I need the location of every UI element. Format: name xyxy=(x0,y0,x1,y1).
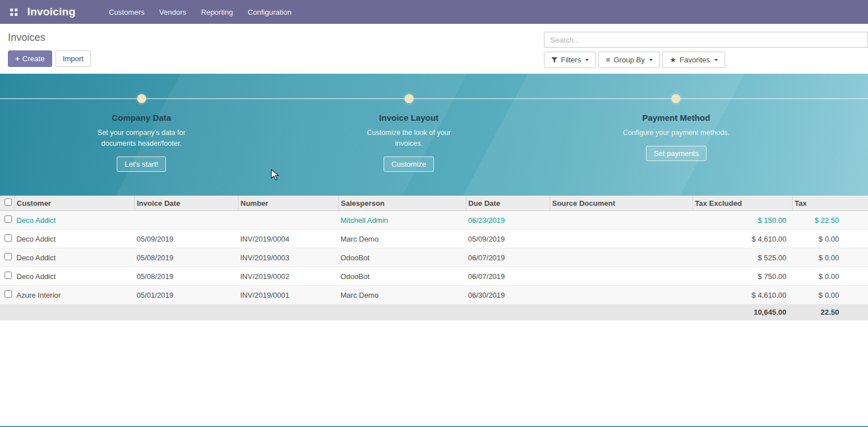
favorites-button[interactable]: ★ Favorites xyxy=(662,52,725,68)
invoicing-app-screen: Invoicing Customers Vendors Reporting Co… xyxy=(0,0,868,427)
cell-source-document xyxy=(550,286,692,305)
cell-due-date: 05/09/2019 xyxy=(466,230,550,248)
checkbox-cell xyxy=(0,211,14,230)
cell-salesperson: OdooBot xyxy=(338,267,466,286)
invoice-list-table: Customer Invoice Date Number Salesperson… xyxy=(0,196,868,320)
cell-due-date: 06/07/2019 xyxy=(466,267,550,286)
select-all-checkbox[interactable] xyxy=(5,198,12,206)
checkbox-cell xyxy=(0,286,14,305)
filters-button[interactable]: Filters xyxy=(544,52,596,68)
cell-tax: $ 0.00 xyxy=(792,248,868,267)
cell-salesperson: Marc Demo xyxy=(338,230,466,248)
import-button[interactable]: Import xyxy=(56,50,91,67)
cell-invoice-date xyxy=(134,211,238,230)
step-dot-icon xyxy=(405,94,414,103)
cell-source-document xyxy=(550,267,692,286)
cell-number xyxy=(238,211,338,230)
favorites-button-label: Favorites xyxy=(680,55,710,65)
totals-row: 10,645.00 22.50 xyxy=(0,305,868,320)
cell-due-date: 06/23/2019 xyxy=(466,211,550,230)
totals-empty-cell xyxy=(134,305,238,320)
totals-empty-cell xyxy=(14,305,134,320)
star-icon: ★ xyxy=(670,56,676,64)
cell-salesperson: OdooBot xyxy=(338,248,466,267)
step-description: Configure your payment methods. xyxy=(619,128,733,138)
select-all-cell xyxy=(0,196,14,211)
step-description: Set your company's data for documents he… xyxy=(85,128,198,149)
cell-due-date: 06/07/2019 xyxy=(466,248,550,267)
column-header-due-date[interactable]: Due Date xyxy=(466,196,550,211)
cell-customer: Deco Addict xyxy=(14,211,134,230)
page-title: Invoices xyxy=(8,32,91,44)
onboarding-step-payment-method: Payment Method Configure your payment me… xyxy=(591,94,761,161)
filter-funnel-icon xyxy=(551,57,558,63)
row-checkbox[interactable] xyxy=(5,234,12,242)
cell-invoice-date: 05/01/2019 xyxy=(134,286,238,305)
search-options-row: Filters ≡ Group By ★ Favorites xyxy=(544,52,868,68)
row-checkbox[interactable] xyxy=(5,215,12,223)
cell-source-document xyxy=(550,248,692,267)
nav-item-customers[interactable]: Customers xyxy=(101,0,152,24)
control-panel-right: Filters ≡ Group By ★ Favorites xyxy=(544,32,868,74)
group-by-icon: ≡ xyxy=(606,56,610,64)
totals-empty-cell xyxy=(0,305,14,320)
totals-empty-cell xyxy=(550,305,692,320)
row-checkbox[interactable] xyxy=(5,290,12,298)
nav-item-reporting[interactable]: Reporting xyxy=(194,0,240,24)
checkbox-cell xyxy=(0,248,14,267)
step-description: Customize the look of your invoices. xyxy=(352,128,466,149)
control-panel: Invoices +Create Import Filters ≡ Group … xyxy=(0,24,868,74)
app-name: Invoicing xyxy=(27,6,75,18)
row-checkbox[interactable] xyxy=(5,272,12,279)
chevron-down-icon xyxy=(649,59,653,61)
table-row[interactable]: Deco Addict 05/09/2019 INV/2019/0004 Mar… xyxy=(0,230,868,248)
apps-grid-icon xyxy=(10,9,18,16)
cell-customer: Azure Interior xyxy=(14,286,134,305)
onboarding-banner: Company Data Set your company's data for… xyxy=(0,74,868,196)
column-header-source-document[interactable]: Source Document xyxy=(550,196,692,211)
cell-source-document xyxy=(550,211,692,230)
cell-tax-excluded: $ 150.00 xyxy=(692,211,792,230)
table-row[interactable]: Deco Addict Mitchell Admin 06/23/2019 $ … xyxy=(0,211,868,230)
checkbox-cell xyxy=(0,230,14,248)
column-header-invoice-date[interactable]: Invoice Date xyxy=(134,196,238,211)
column-header-tax[interactable]: Tax xyxy=(792,196,868,211)
cell-salesperson: Marc Demo xyxy=(338,286,466,305)
checkbox-cell xyxy=(0,267,14,286)
cell-salesperson: Mitchell Admin xyxy=(338,211,466,230)
create-button[interactable]: +Create xyxy=(8,50,52,67)
onboarding-step-company-data: Company Data Set your company's data for… xyxy=(57,94,227,172)
table-row[interactable]: Azure Interior 05/01/2019 INV/2019/0001 … xyxy=(0,286,868,305)
filters-button-label: Filters xyxy=(561,55,581,65)
search-input[interactable] xyxy=(544,32,868,48)
step-title: Company Data xyxy=(57,113,227,122)
nav-item-configuration[interactable]: Configuration xyxy=(240,0,299,24)
column-header-customer[interactable]: Customer xyxy=(14,196,134,211)
total-tax: 22.50 xyxy=(792,305,868,320)
row-checkbox[interactable] xyxy=(5,253,12,260)
apps-menu-button[interactable] xyxy=(6,4,22,20)
step-dot-icon xyxy=(137,94,146,103)
nav-item-vendors[interactable]: Vendors xyxy=(152,0,194,24)
cell-invoice-date: 05/09/2019 xyxy=(134,230,238,248)
control-panel-left: Invoices +Create Import xyxy=(8,32,91,74)
table-row[interactable]: Deco Addict 05/08/2019 INV/2019/0002 Odo… xyxy=(0,267,868,286)
cell-source-document xyxy=(550,230,692,248)
onboarding-step-invoice-layout: Invoice Layout Customize the look of you… xyxy=(324,94,494,172)
cell-customer: Deco Addict xyxy=(14,267,134,286)
column-header-tax-excluded[interactable]: Tax Excluded xyxy=(692,196,792,211)
step-title: Payment Method xyxy=(591,113,761,122)
column-header-number[interactable]: Number xyxy=(238,196,338,211)
customize-button[interactable]: Customize xyxy=(384,157,434,172)
cell-number: INV/2019/0001 xyxy=(238,286,338,305)
column-header-salesperson[interactable]: Salesperson xyxy=(338,196,466,211)
cell-number: INV/2019/0002 xyxy=(238,267,338,286)
step-dot-icon xyxy=(671,94,680,103)
set-payments-button[interactable]: Set payments xyxy=(646,146,707,161)
step-title: Invoice Layout xyxy=(324,113,494,122)
lets-start-button[interactable]: Let's start! xyxy=(117,157,167,172)
cell-customer: Deco Addict xyxy=(14,248,134,267)
cell-number: INV/2019/0004 xyxy=(238,230,338,248)
group-by-button[interactable]: ≡ Group By xyxy=(598,52,660,68)
table-row[interactable]: Deco Addict 05/08/2019 INV/2019/0003 Odo… xyxy=(0,248,868,267)
